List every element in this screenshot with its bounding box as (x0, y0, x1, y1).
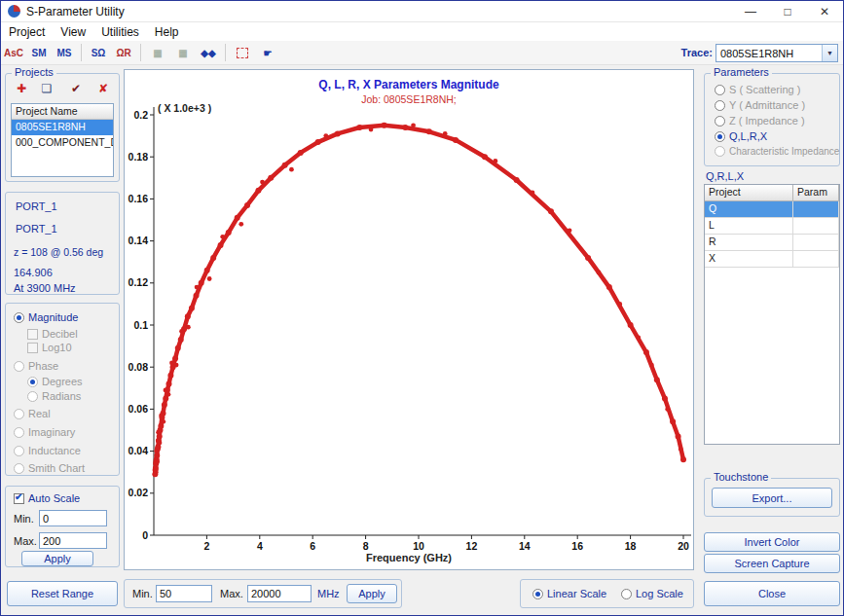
title-bar: S-Parameter Utility — □ ✕ (1, 1, 843, 22)
scale-min-input[interactable] (39, 510, 107, 526)
delete-project-button[interactable]: ✘ (92, 79, 115, 98)
menu-view[interactable]: View (53, 23, 93, 41)
freq-max-input[interactable] (247, 585, 312, 602)
svg-text:0.06: 0.06 (128, 403, 149, 415)
freq-apply-button[interactable]: Apply (347, 584, 397, 603)
ascii-export-icon[interactable]: AsC (2, 43, 25, 62)
qlrx-radio[interactable]: Q,L,R,X (715, 130, 767, 142)
trace-combobox[interactable]: 0805SE1R8NH ▼ (716, 44, 838, 62)
characteristic-impedance-radio[interactable]: Characteristic Impedance (715, 146, 839, 157)
svg-text:0.02: 0.02 (128, 487, 149, 498)
decibel-checkbox[interactable]: Decibel (27, 328, 78, 340)
svg-text:0.08: 0.08 (128, 361, 149, 373)
new-project-button[interactable]: ✚ (10, 79, 33, 98)
radio-icon (715, 131, 725, 142)
mdif-to-s-icon[interactable]: MS (53, 43, 76, 62)
scale-max-input[interactable] (39, 532, 107, 549)
scale-group: Auto Scale Min. Max. Apply (5, 486, 120, 567)
table-row[interactable]: Q (705, 201, 839, 218)
radio-icon (715, 146, 725, 157)
zoom-select-icon[interactable] (231, 43, 254, 62)
radians-radio[interactable]: Radians (27, 390, 81, 402)
phase-radio[interactable]: Phase (14, 360, 58, 372)
chart-title: Q, L, R, X Parameters Magnitude (125, 78, 693, 91)
radio-icon (621, 589, 632, 599)
table-row[interactable]: R (705, 235, 839, 251)
degrees-radio[interactable]: Degrees (27, 376, 83, 387)
project-list-header: Project Name (12, 104, 113, 120)
table-export-icon[interactable]: ▦ (171, 43, 195, 62)
smith-chart-radio[interactable]: Smith Chart (14, 462, 85, 474)
frequency-range-panel: Min. Max. MHz Apply (124, 579, 402, 608)
svg-text:0.18: 0.18 (128, 151, 149, 163)
project-list-item[interactable]: 0805SE1R8NH (12, 120, 113, 135)
s-scattering-radio[interactable]: S ( Scattering ) (715, 84, 800, 95)
impedance-r-icon[interactable]: ΩR (112, 43, 135, 62)
chevron-down-icon[interactable]: ▼ (822, 45, 837, 61)
app-window: S-Parameter Utility — □ ✕ Project View U… (0, 0, 844, 616)
svg-text:0.2: 0.2 (133, 109, 148, 121)
svg-text:6: 6 (310, 540, 315, 552)
magnitude-radio[interactable]: Magnitude (14, 311, 78, 323)
pan-hand-icon[interactable]: ☛ (256, 43, 279, 62)
scale-max-label: Max. (14, 535, 37, 547)
close-button[interactable]: Close (704, 581, 840, 606)
real-radio[interactable]: Real (14, 408, 51, 419)
imaginary-radio[interactable]: Imaginary (14, 426, 75, 438)
minimize-button[interactable]: — (732, 1, 769, 22)
close-window-button[interactable]: ✕ (806, 1, 843, 22)
reset-range-button[interactable]: Reset Range (7, 581, 118, 606)
scale-min-label: Min. (14, 513, 34, 525)
projects-group-title: Projects (12, 66, 56, 78)
copy-project-button[interactable]: ❏ (35, 79, 58, 98)
log-scale-radio[interactable]: Log Scale (621, 588, 683, 599)
app-icon (8, 5, 20, 18)
qlrx-col-param: Param (793, 185, 839, 201)
radio-icon (715, 116, 725, 127)
linear-scale-radio[interactable]: Linear Scale (532, 588, 606, 599)
radio-icon (14, 427, 24, 438)
parameters-group-title: Parameters (711, 66, 772, 78)
chart-canvas[interactable]: 00.020.040.060.080.10.120.140.160.180.22… (125, 70, 695, 571)
s-to-mdif-icon[interactable]: SM (27, 43, 51, 62)
freq-min-input[interactable] (156, 585, 212, 602)
y-admittance-radio[interactable]: Y ( Admittance ) (715, 99, 805, 111)
trace-value: 0805SE1R8NH (716, 48, 822, 59)
svg-text:0: 0 (142, 529, 148, 541)
radio-icon (715, 100, 725, 111)
export-button[interactable]: Export... (712, 488, 832, 508)
screen-capture-button[interactable]: Screen Capture (704, 554, 840, 573)
table-row[interactable]: L (705, 218, 839, 235)
table-row[interactable]: X (705, 251, 839, 268)
radio-icon (14, 312, 24, 323)
project-list-item[interactable]: 000_COMPONENT_D.. (12, 135, 113, 151)
project-list: Project Name 0805SE1R8NH 000_COMPONENT_D… (11, 103, 114, 177)
menu-help[interactable]: Help (147, 23, 187, 41)
z-impedance-radio[interactable]: Z ( Impedance ) (715, 115, 805, 127)
qlrx-col-project: Project (705, 185, 793, 201)
menu-utilities[interactable]: Utilities (93, 23, 147, 41)
inductance-radio[interactable]: Inductance (14, 445, 81, 456)
radio-icon (27, 377, 38, 387)
scale-apply-button[interactable]: Apply (21, 551, 93, 566)
auto-scale-checkbox[interactable]: Auto Scale (14, 492, 80, 504)
checkbox-icon (27, 329, 38, 340)
invert-color-button[interactable]: Invert Color (704, 532, 840, 552)
radio-icon (27, 391, 38, 402)
radio-icon (14, 446, 24, 456)
touchstone-group: Touchstone Export... (704, 478, 840, 517)
port2-label: PORT_1 (16, 223, 57, 235)
menu-project[interactable]: Project (1, 23, 53, 41)
impedance-s-icon[interactable]: SΩ (87, 43, 110, 62)
table-view-icon[interactable]: ▦ (146, 43, 169, 62)
select-project-button[interactable]: ✔ (64, 79, 88, 98)
svg-text:2: 2 (203, 540, 209, 552)
log10-checkbox[interactable]: Log10 (27, 342, 72, 353)
marker-icon[interactable]: ◆◆ (197, 43, 220, 62)
maximize-button[interactable]: □ (769, 1, 806, 22)
svg-text:16: 16 (571, 540, 583, 552)
checkbox-icon (27, 343, 38, 353)
radio-icon (715, 85, 725, 95)
radio-icon (14, 361, 24, 372)
checkbox-icon (14, 493, 24, 504)
